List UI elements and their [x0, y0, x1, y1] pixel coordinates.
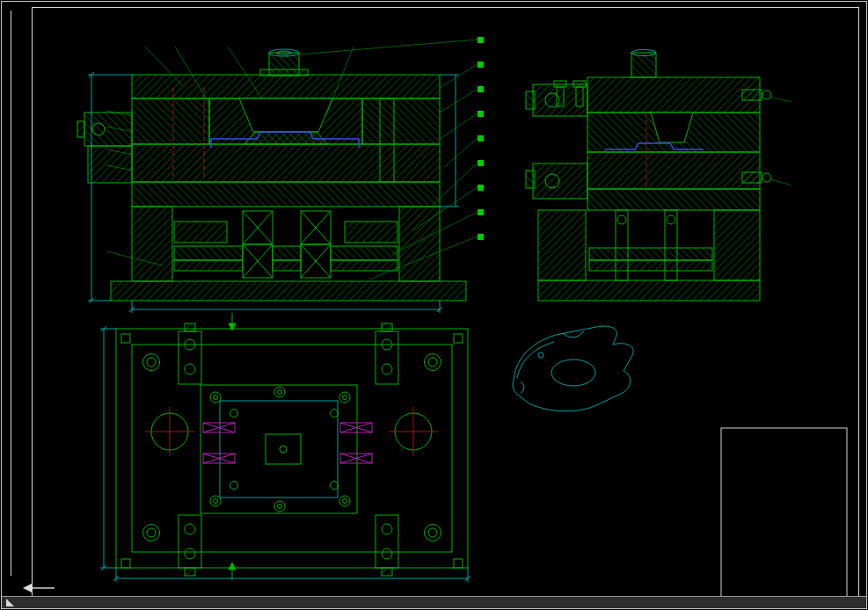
plan-view — [100, 313, 470, 582]
side-lock-screws — [203, 423, 372, 463]
tab-strip-corner-icon — [6, 599, 14, 606]
layout-tab-bar — [2, 596, 866, 608]
bom-table — [721, 428, 847, 599]
dimension-lines-plan — [100, 326, 470, 582]
section-view-b — [526, 50, 791, 301]
iso-part-view — [513, 326, 633, 411]
autocad-window — [0, 0, 868, 610]
section-view-a — [77, 47, 466, 313]
cad-canvas[interactable] — [0, 0, 868, 610]
ucs-icon — [23, 584, 55, 592]
